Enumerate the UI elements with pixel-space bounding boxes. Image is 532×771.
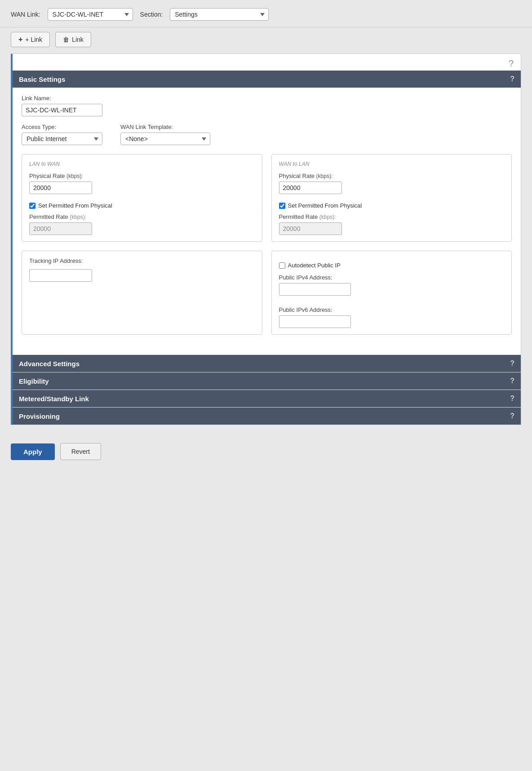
- link-name-group: Link Name:: [22, 95, 512, 116]
- add-link-button[interactable]: + Link: [11, 32, 50, 47]
- revert-button[interactable]: Revert: [60, 443, 101, 460]
- lan-permitted-rate-label: Permitted Rate (kbps):: [29, 213, 255, 220]
- provisioning-help-icon[interactable]: ?: [510, 412, 514, 420]
- wan-set-permitted-checkbox[interactable]: [279, 203, 285, 209]
- metered-standby-section: Metered/Standby Link ?: [13, 390, 521, 407]
- tracking-ip-label: Tracking IP Address:: [29, 257, 255, 264]
- access-type-group: Access Type: Public Internet: [22, 124, 102, 145]
- rates-row: LAN to WAN Physical Rate (kbps): Set Per…: [22, 154, 512, 242]
- autodetect-row: Autodetect Public IP: [279, 262, 505, 269]
- wan-link-select[interactable]: SJC-DC-WL-INET: [48, 8, 133, 21]
- autodetect-label: Autodetect Public IP: [288, 262, 341, 269]
- wan-template-label: WAN Link Template:: [120, 124, 210, 130]
- wan-to-lan-box: WAN to LAN Physical Rate (kbps): Set Per…: [271, 154, 512, 242]
- add-link-label: + Link: [25, 36, 42, 43]
- lan-physical-rate-input[interactable]: [29, 182, 92, 194]
- wan-template-group: WAN Link Template: <None>: [120, 124, 210, 145]
- eligibility-header[interactable]: Eligibility ?: [13, 372, 521, 390]
- public-ipv6-label: Public IPv6 Address:: [279, 306, 505, 313]
- wan-set-permitted-row: Set Permitted From Physical: [279, 202, 505, 209]
- delete-link-button[interactable]: Link: [55, 32, 91, 47]
- main-content: ? Basic Settings ? Link Name: Access Typ…: [11, 53, 521, 425]
- wan-permitted-rate-input[interactable]: [279, 222, 342, 235]
- top-help-area: ?: [13, 54, 521, 71]
- trash-icon: [63, 36, 69, 43]
- public-ip-box: Autodetect Public IP Public IPv4 Address…: [271, 251, 512, 335]
- eligibility-help-icon[interactable]: ?: [510, 377, 514, 385]
- provisioning-title: Provisioning: [19, 412, 60, 420]
- access-type-select[interactable]: Public Internet: [22, 133, 102, 145]
- section-label: Section:: [140, 11, 163, 18]
- public-ipv4-label: Public IPv4 Address:: [279, 274, 505, 281]
- wan-physical-rate-label: Physical Rate (kbps):: [279, 173, 505, 179]
- delete-link-label: Link: [72, 36, 84, 43]
- top-help-icon[interactable]: ?: [509, 58, 514, 68]
- section-select[interactable]: Settings: [170, 8, 269, 21]
- wan-set-permitted-label: Set Permitted From Physical: [288, 202, 362, 209]
- lan-set-permitted-checkbox[interactable]: [29, 203, 35, 209]
- lan-set-permitted-row: Set Permitted From Physical: [29, 202, 255, 209]
- link-name-input[interactable]: [22, 104, 102, 116]
- provisioning-section: Provisioning ?: [13, 407, 521, 425]
- metered-standby-help-icon[interactable]: ?: [510, 394, 514, 403]
- link-name-label: Link Name:: [22, 95, 512, 102]
- plus-icon: [18, 35, 22, 44]
- lan-to-wan-box: LAN to WAN Physical Rate (kbps): Set Per…: [22, 154, 262, 242]
- lan-to-wan-title: LAN to WAN: [29, 161, 255, 167]
- bottom-fields-row: Tracking IP Address: Autodetect Public I…: [22, 251, 512, 335]
- eligibility-title: Eligibility: [19, 377, 49, 385]
- basic-settings-header[interactable]: Basic Settings ?: [13, 71, 521, 88]
- apply-button[interactable]: Apply: [11, 443, 55, 460]
- advanced-settings-section: Advanced Settings ?: [13, 354, 521, 372]
- public-ipv6-input[interactable]: [279, 315, 351, 328]
- public-ipv4-input[interactable]: [279, 283, 351, 296]
- lan-permitted-rate-input[interactable]: [29, 222, 92, 235]
- access-type-row: Access Type: Public Internet WAN Link Te…: [22, 124, 512, 145]
- advanced-settings-header[interactable]: Advanced Settings ?: [13, 355, 521, 372]
- wan-physical-rate-input[interactable]: [279, 182, 342, 194]
- advanced-settings-title: Advanced Settings: [19, 360, 80, 368]
- top-bar: WAN Link: SJC-DC-WL-INET Section: Settin…: [0, 0, 532, 27]
- eligibility-section: Eligibility ?: [13, 372, 521, 390]
- wan-to-lan-title: WAN to LAN: [279, 161, 505, 167]
- toolbar: + Link Link: [0, 27, 532, 53]
- metered-standby-title: Metered/Standby Link: [19, 395, 89, 403]
- tracking-ip-box: Tracking IP Address:: [22, 251, 262, 335]
- tracking-ip-input[interactable]: [29, 269, 92, 282]
- metered-standby-header[interactable]: Metered/Standby Link ?: [13, 390, 521, 407]
- wan-template-select[interactable]: <None>: [120, 133, 210, 145]
- provisioning-header[interactable]: Provisioning ?: [13, 408, 521, 425]
- basic-settings-title: Basic Settings: [19, 75, 65, 83]
- wan-permitted-rate-label: Permitted Rate (kbps):: [279, 213, 505, 220]
- basic-settings-section: Basic Settings ? Link Name: Access Type:…: [13, 71, 521, 354]
- autodetect-checkbox[interactable]: [279, 262, 285, 269]
- lan-physical-rate-label: Physical Rate (kbps):: [29, 173, 255, 179]
- advanced-settings-help-icon[interactable]: ?: [510, 359, 514, 368]
- wan-link-label: WAN Link:: [11, 11, 40, 18]
- basic-settings-body: Link Name: Access Type: Public Internet …: [13, 88, 521, 354]
- access-type-label: Access Type:: [22, 124, 102, 130]
- basic-settings-help-icon[interactable]: ?: [510, 75, 514, 83]
- footer-buttons: Apply Revert: [0, 436, 532, 467]
- lan-set-permitted-label: Set Permitted From Physical: [38, 202, 112, 209]
